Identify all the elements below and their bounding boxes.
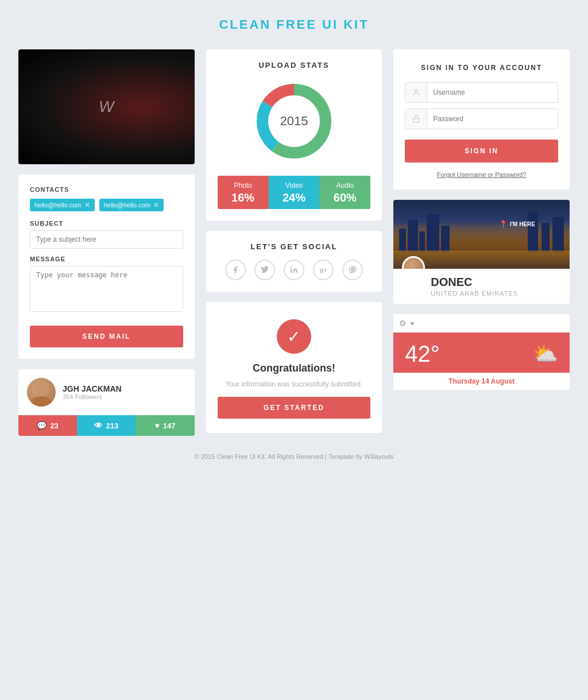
weather-main: 42° ⛅ (393, 332, 570, 373)
views-stat[interactable]: 👁 213 (77, 415, 136, 436)
location-country: UNITED ARAB EMIRATES (431, 290, 561, 297)
get-started-button[interactable]: GET STARTED (218, 397, 371, 419)
weather-card: ⚙ ▼ 42° ⛅ Thursday 14 August (393, 314, 570, 390)
pin-icon: 📍 (499, 220, 508, 228)
send-mail-button[interactable]: SEND MAIL (30, 326, 183, 347)
footer-text: © 2015 Clean Free Ui Kit. All Rights Res… (194, 453, 393, 460)
twitter-icon[interactable] (254, 260, 275, 280)
views-count: 213 (106, 421, 118, 430)
svg-point-4 (291, 266, 292, 268)
video-watermark: W (99, 98, 114, 116)
audio-stat-bar: Audio 60% (319, 176, 370, 209)
subject-group: SUBJECT (30, 220, 183, 249)
check-icon: ✓ (287, 327, 300, 346)
signin-button[interactable]: SIGN IN (405, 140, 558, 163)
facebook-icon[interactable] (225, 260, 246, 280)
weather-temperature: 42° (405, 341, 440, 367)
dropdown-arrow-icon[interactable]: ▼ (409, 320, 415, 327)
contact-tag-1-remove[interactable]: ✕ (84, 201, 90, 209)
page-title: CLEAN FREE UI KIT (11, 17, 577, 32)
contact-tag-2[interactable]: hello@hello.com ✕ (99, 199, 164, 211)
forgot-link[interactable]: Forgot Username or Password? (405, 171, 558, 178)
contact-tag-1[interactable]: hello@hello.com ✕ (30, 199, 95, 211)
audio-value: 60% (334, 191, 357, 204)
location-name: DONEC (431, 276, 561, 289)
contact-tag-2-remove[interactable]: ✕ (153, 201, 159, 209)
eye-icon: 👁 (94, 421, 102, 430)
subject-input[interactable] (30, 230, 183, 249)
footer: © 2015 Clean Free Ui Kit. All Rights Res… (11, 453, 577, 460)
likes-stat[interactable]: ♥ 147 (136, 415, 194, 436)
congrats-text: Your information was successfully submit… (226, 380, 362, 388)
linkedin-icon[interactable] (284, 260, 304, 280)
message-label: MESSAGE (30, 256, 183, 262)
location-info: DONEC UNITED ARAB EMIRATES (393, 269, 570, 304)
photo-stat-bar: Photo 16% (218, 176, 269, 209)
user-icon (405, 83, 427, 102)
message-input[interactable] (30, 266, 183, 312)
profile-card: JGH JACKMAN 354 Followers 💬 23 👁 213 ♥ 1… (18, 369, 195, 436)
pin-label: I'M HERE (510, 221, 535, 227)
password-group (405, 109, 558, 129)
contact-tag-2-email: hello@hello.com (104, 202, 151, 208)
username-group (405, 82, 558, 103)
profile-info: JGH JACKMAN 354 Followers (18, 369, 195, 415)
upload-stats-card: UPLOAD STATS 2015 P (206, 49, 382, 221)
social-card: LET'S GET SOCIAL g+ (206, 231, 382, 292)
congrats-icon-wrap: ✓ (277, 319, 311, 354)
congrats-card: ✓ Congratulations! Your information was … (206, 302, 382, 433)
photo-value: 16% (231, 191, 254, 204)
location-image: 📍 I'M HERE (393, 200, 570, 269)
profile-followers: 354 Followers (63, 393, 122, 400)
donut-container: 2015 (218, 78, 371, 164)
contacts-card: CONTACTS hello@hello.com ✕ hello@hello.c… (18, 175, 195, 359)
contacts-label: CONTACTS (30, 186, 183, 193)
location-card: 📍 I'M HERE DONEC UNITED ARAB EMIRATES (393, 200, 570, 304)
video-value: 24% (283, 191, 305, 204)
weather-date: Thursday 14 August (393, 373, 570, 390)
social-title: LET'S GET SOCIAL (218, 242, 371, 251)
profile-name: JGH JACKMAN (63, 384, 122, 393)
weather-header: ⚙ ▼ (393, 314, 570, 332)
comments-count: 23 (50, 421, 58, 430)
video-stat-bar: Video 24% (269, 176, 320, 209)
audio-label: Audio (336, 181, 354, 189)
message-group: MESSAGE (30, 256, 183, 314)
password-input[interactable] (427, 109, 558, 129)
signin-card: SIGN IN TO YOUR ACCOUNT SIGN IN Forgot U… (393, 49, 570, 189)
settings-icon[interactable]: ⚙ (399, 319, 407, 328)
googleplus-icon[interactable]: g+ (313, 260, 334, 280)
likes-count: 147 (163, 421, 176, 430)
contact-tag-1-email: hello@hello.com (34, 202, 82, 208)
congrats-title: Congratulations! (253, 362, 335, 374)
donut-label: 2015 (280, 114, 308, 129)
stats-bars: Photo 16% Video 24% Audio 60% (218, 176, 371, 209)
svg-point-5 (415, 90, 417, 92)
video-card: W (18, 49, 195, 164)
heart-icon: ♥ (155, 421, 160, 430)
subject-label: SUBJECT (30, 220, 183, 227)
signin-title: SIGN IN TO YOUR ACCOUNT (405, 64, 558, 72)
lock-icon (405, 109, 427, 129)
location-pin: 📍 I'M HERE (499, 220, 535, 228)
pinterest-icon[interactable] (342, 260, 363, 280)
video-label: Video (285, 181, 303, 189)
upload-stats-title: UPLOAD STATS (218, 61, 371, 69)
social-icons: g+ (218, 260, 371, 280)
profile-stats: 💬 23 👁 213 ♥ 147 (18, 415, 195, 436)
photo-label: Photo (234, 181, 252, 189)
avatar (27, 378, 56, 407)
username-input[interactable] (427, 83, 558, 102)
donut-chart: 2015 (251, 78, 337, 164)
comment-icon: 💬 (37, 421, 47, 430)
contact-tags: hello@hello.com ✕ hello@hello.com ✕ (30, 199, 183, 211)
weather-cloud-icon: ⛅ (533, 342, 558, 366)
comments-stat[interactable]: 💬 23 (18, 415, 77, 436)
svg-rect-6 (413, 118, 420, 122)
